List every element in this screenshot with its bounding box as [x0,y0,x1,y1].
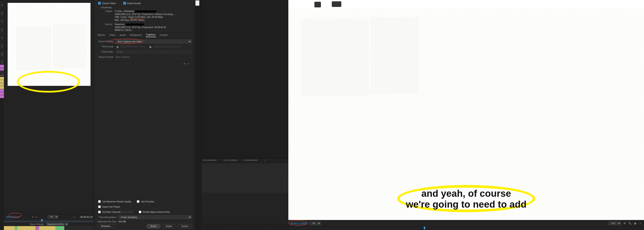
wrench-icon[interactable]: 🔧 [628,222,632,225]
fit-dropdown[interactable]: Fit [48,215,58,219]
prev-frame-icon[interactable]: ◂ [32,216,35,218]
preview-controls: 00;03;21;13 ◂ ▸ Fit ⛶ 00;08;42;18 [4,214,94,219]
frame-rate-label: Frame Rate: [97,51,114,53]
tab-captions[interactable]: Captions [146,33,156,37]
time-interp-label: Time Interpolation: [97,216,117,218]
share-icon[interactable]: ↗ [187,63,189,65]
timeline-tracks[interactable] [202,163,288,224]
left-edge-toolbar: In: Out: In: Out: In: Out: Exp 0:00:00 -… [0,0,4,230]
page-thumb-icon[interactable] [196,1,199,6]
export-video-checkbox[interactable]: Export Video [97,1,116,5]
edge-tab[interactable]: Out: [0,26,4,34]
edge-tab[interactable]: Out: [0,9,4,17]
metadata-button[interactable]: Metadata... [97,224,116,228]
program-monitor-panel: and yeah, of course we're going to need … [288,0,644,230]
program-playhead-icon[interactable] [424,227,425,230]
caption-line-1: and yeah, of course [421,188,511,199]
track-label[interactable]: UNIT [0,68,4,71]
source-value: Sequence, 1080x1080 (1.0), 29.97 fps, Pr… [115,23,166,32]
edge-tab[interactable]: Exp [0,51,4,58]
track-labels-column: -25-1 UNIT UNIT UNIT -25-1 -25-1 UNIT [0,65,4,98]
track-row[interactable] [202,180,288,183]
track-label[interactable] [0,80,4,83]
annotation-red-underline [130,19,143,19]
program-fit-dropdown[interactable]: Fit [309,221,321,225]
import-project-checkbox[interactable]: Import Into Project [97,205,120,209]
mini-timeline[interactable] [4,226,94,230]
source-range-row: Source Range: Sequence In/Out [4,222,94,226]
export-settings-panel: Export Video Export Audio ▾ Summary Outp… [94,0,195,230]
obscured-shape [314,2,321,8]
edge-tab[interactable]: In: [0,17,4,25]
set-start-tc-checkbox[interactable]: Set Start Timecode 00;00;00;00 [97,210,133,214]
render-alpha-checkbox[interactable]: Render Alpha Channel Only [138,210,170,214]
track-row[interactable] [202,183,288,186]
file-format-radio-w3c: W3C/SMPTE/EBU Timed... [115,45,146,48]
export-footer: Use Maximum Render Quality Use Previews … [94,198,195,230]
timeline-ruler[interactable]: 00:16:00:00000 00:17:00:00000 00:18:00:0… [202,159,288,162]
track-row[interactable] [202,163,288,166]
preview-viewport[interactable] [4,0,94,214]
link-icon[interactable]: ⇄ [184,63,185,65]
panel-divider[interactable] [195,0,202,230]
track-row[interactable] [202,167,288,170]
track-label[interactable]: -25-1 [0,92,4,95]
scrub-bar[interactable] [4,219,94,222]
track-label[interactable]: UNIT [0,83,4,86]
export-options-label: Export Options: [97,40,114,43]
track-label[interactable]: -25-1 [0,89,4,92]
track-row[interactable] [202,173,288,176]
queue-button[interactable]: Queue [146,224,160,228]
plus-icon[interactable]: + [639,222,642,225]
track-row[interactable] [202,189,288,193]
timeline-panel-mid: 00:16:00:00000 00:17:00:00000 00:18:00:0… [202,0,288,230]
tab-audio[interactable]: Audio [119,34,126,37]
program-timecode[interactable]: 00:03:21:20903 [290,222,307,225]
tab-effects[interactable]: Effects [97,34,105,37]
track-label[interactable] [0,77,4,80]
preview-video-frame [8,3,91,86]
program-resolution-dropdown[interactable]: Full [608,221,621,225]
track-row[interactable] [202,170,288,173]
grid-icon[interactable]: ▦ [634,222,636,225]
track-row[interactable] [202,186,288,189]
file-format-label: File Format: [97,46,114,48]
est-size-value: 954 MB [118,220,126,223]
source-range-dropdown[interactable]: Sequence In/Out [46,222,68,226]
track-label[interactable]: UNIT [0,74,4,77]
max-render-checkbox[interactable]: Use Maximum Render Quality [97,199,131,203]
output-value[interactable]: C:\User...el\Desktop\ 1080x1080 (1.0), 2… [115,10,176,22]
export-button[interactable]: Export [162,224,176,228]
current-timecode[interactable]: 00;03;21;13 [5,215,20,218]
track-label[interactable]: -25-1 [0,65,4,68]
bottom-ruler[interactable] [202,224,288,230]
settings-icon[interactable]: ⚙ [623,222,626,225]
track-label[interactable] [0,71,4,74]
export-options-dropdown[interactable]: Burn Captions Into Video [115,40,192,44]
program-scrub-bar[interactable] [288,226,644,230]
edge-tab[interactable]: Out: [0,42,4,50]
obscured-shape [332,1,341,7]
tab-publish[interactable]: Publish [159,34,168,37]
track-label[interactable]: UNIT [0,95,4,98]
time-interp-dropdown[interactable]: Frame Sampling [118,215,192,219]
crop-icon[interactable]: ⛶ [73,216,76,218]
track-row[interactable] [202,176,288,179]
export-audio-checkbox[interactable]: Export Audio [122,1,141,5]
tab-video[interactable]: Video [109,34,116,37]
file-format-radio-srt: SubRip Subtitle Format (.srt) [148,45,180,48]
next-frame-icon[interactable]: ▸ [36,216,39,218]
summary-toggle[interactable]: ▾ Summary [94,6,195,9]
use-previews-checkbox[interactable]: Use Previews [136,199,154,203]
program-video-frame[interactable]: and yeah, of course we're going to need … [288,9,644,220]
track-label[interactable] [0,86,4,89]
ruler-mark: 00:18:00:00000 [244,159,258,161]
tab-multiplexer[interactable]: Multiplexer [130,34,142,37]
edge-tab[interactable]: In: [0,34,4,42]
caption-overlay: and yeah, of course we're going to need … [406,188,526,210]
ruler-mark: 00:16:00:00000 [203,159,216,161]
source-label: Source: [97,23,112,26]
output-label: Output: [97,10,112,13]
edge-tab[interactable]: In: [0,1,4,9]
cancel-button[interactable]: Cancel [178,224,192,228]
